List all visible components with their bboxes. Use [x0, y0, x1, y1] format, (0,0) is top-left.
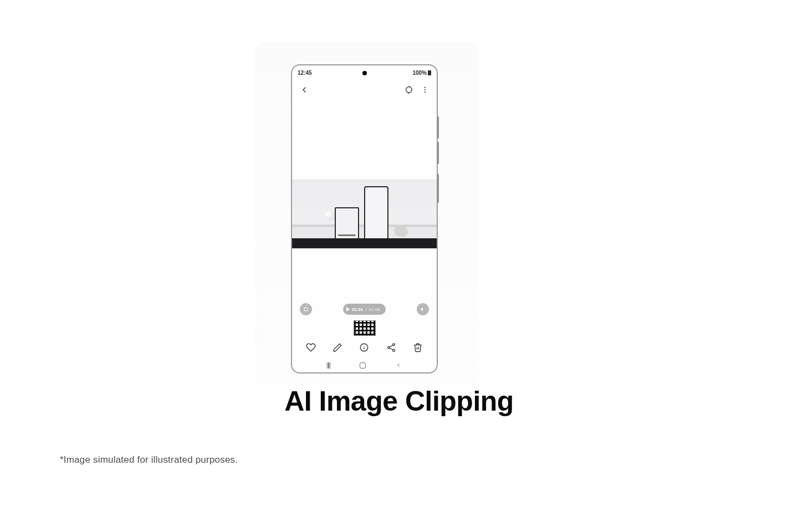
video-frame-content: [292, 180, 437, 249]
status-time: 12:45: [298, 70, 312, 76]
nav-recent-button[interactable]: [327, 362, 331, 369]
video-controls-row: 01:01 / 01:06: [292, 298, 437, 320]
svg-point-10: [392, 349, 395, 351]
nav-home-button[interactable]: [360, 362, 366, 369]
system-nav-bar: [292, 358, 437, 372]
media-viewport[interactable]: [292, 102, 437, 298]
front-camera: [362, 71, 367, 75]
playback-time-pill[interactable]: 01:01 / 01:06: [343, 304, 386, 315]
play-icon: [346, 307, 350, 311]
details-button[interactable]: [359, 342, 369, 352]
share-button[interactable]: [386, 342, 396, 352]
capture-frame-button[interactable]: [300, 303, 312, 315]
gallery-action-bar: [292, 337, 437, 358]
favorite-button[interactable]: [306, 342, 316, 352]
svg-point-3: [424, 91, 426, 93]
total-time: 01:06: [369, 307, 380, 312]
svg-point-0: [406, 87, 412, 93]
more-options-button[interactable]: [421, 85, 429, 94]
volume-down-button[interactable]: [437, 142, 439, 164]
gallery-app-bar: [292, 78, 437, 102]
status-right: 100%: [412, 70, 431, 76]
svg-point-1: [424, 87, 426, 88]
time-separator: /: [365, 307, 366, 312]
content-rock: [394, 225, 408, 237]
viewport-upper-blank: [292, 102, 437, 180]
remaster-icon[interactable]: [405, 85, 413, 94]
svg-line-11: [390, 345, 393, 347]
power-button[interactable]: [437, 174, 439, 203]
phone-frame: 12:45 100%: [291, 64, 438, 374]
volume-up-button[interactable]: [437, 116, 439, 139]
svg-point-8: [392, 344, 395, 346]
battery-percent: 100%: [412, 70, 427, 76]
battery-icon: [428, 70, 431, 75]
mute-button[interactable]: [417, 303, 429, 315]
delete-button[interactable]: [413, 342, 423, 352]
nav-back-button[interactable]: [395, 362, 402, 369]
viewport-lower-blank: [292, 249, 437, 298]
disclaimer-text: *Image simulated for illustrated purpose…: [60, 454, 238, 466]
feature-title: AI Image Clipping: [0, 385, 798, 417]
content-device-large: [364, 186, 388, 241]
svg-point-2: [424, 89, 426, 90]
filmstrip-thumbnails: [354, 320, 376, 336]
content-orb: [325, 211, 335, 221]
content-shelf: [292, 238, 437, 248]
svg-rect-4: [304, 308, 308, 311]
svg-line-12: [390, 348, 393, 350]
svg-point-9: [387, 346, 390, 349]
content-device-small: [335, 207, 359, 241]
current-time: 01:01: [352, 307, 363, 312]
back-button[interactable]: [300, 85, 309, 94]
video-filmstrip[interactable]: [292, 320, 437, 337]
edit-button[interactable]: [332, 342, 342, 352]
